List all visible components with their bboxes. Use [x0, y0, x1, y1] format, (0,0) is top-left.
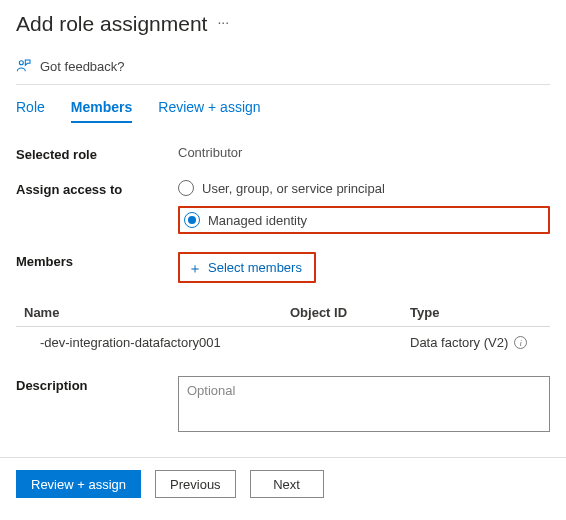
tab-review[interactable]: Review + assign: [158, 99, 260, 123]
col-name: Name: [24, 305, 290, 320]
member-name: -dev-integration-datafactory001: [40, 335, 290, 350]
highlight-select-members: ＋ Select members: [178, 252, 316, 283]
more-icon[interactable]: ···: [217, 15, 229, 33]
radio-managed-identity[interactable]: Managed identity: [184, 212, 307, 228]
selected-role-label: Selected role: [16, 145, 166, 162]
person-feedback-icon: [16, 58, 32, 74]
select-members-button[interactable]: ＋ Select members: [188, 260, 302, 275]
radio-user-label: User, group, or service principal: [202, 181, 385, 196]
feedback-link[interactable]: Got feedback?: [16, 52, 550, 84]
selected-role-value: Contributor: [178, 145, 550, 160]
previous-button[interactable]: Previous: [155, 470, 236, 498]
svg-point-0: [19, 61, 23, 65]
footer-bar: Review + assign Previous Next: [0, 457, 566, 510]
info-icon[interactable]: i: [514, 336, 527, 349]
next-button[interactable]: Next: [250, 470, 324, 498]
col-type: Type: [410, 305, 550, 320]
highlight-managed-identity: Managed identity: [178, 206, 550, 234]
plus-icon: ＋: [188, 261, 202, 275]
description-textarea[interactable]: [178, 376, 550, 432]
member-type: Data factory (V2): [410, 335, 508, 350]
select-members-label: Select members: [208, 260, 302, 275]
assign-access-label: Assign access to: [16, 180, 166, 197]
members-label: Members: [16, 252, 166, 269]
radio-icon: [178, 180, 194, 196]
col-object-id: Object ID: [290, 305, 410, 320]
radio-managed-label: Managed identity: [208, 213, 307, 228]
tab-bar: Role Members Review + assign: [16, 85, 550, 123]
tab-role[interactable]: Role: [16, 99, 45, 123]
description-label: Description: [16, 376, 166, 393]
feedback-label: Got feedback?: [40, 59, 125, 74]
radio-icon: [184, 212, 200, 228]
table-row: -dev-integration-datafactory001 Data fac…: [16, 327, 550, 358]
tab-members[interactable]: Members: [71, 99, 132, 123]
radio-user-group[interactable]: User, group, or service principal: [178, 180, 550, 196]
members-table-header: Name Object ID Type: [16, 301, 550, 327]
page-title: Add role assignment: [16, 12, 207, 36]
assign-access-radio-group: User, group, or service principal Manage…: [178, 180, 550, 234]
review-assign-button[interactable]: Review + assign: [16, 470, 141, 498]
